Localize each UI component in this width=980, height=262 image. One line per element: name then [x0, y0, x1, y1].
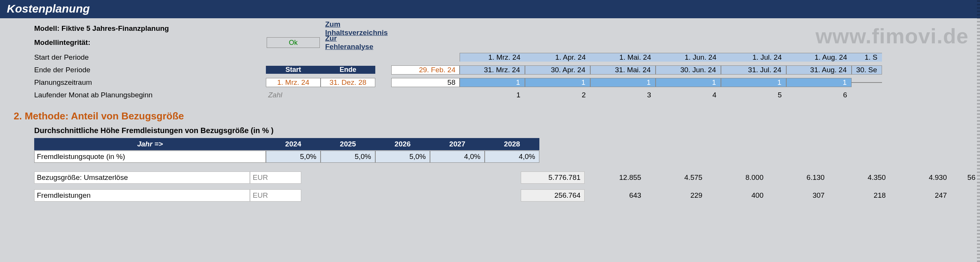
month-end-6: 30. Se [852, 66, 882, 75]
month-end-4: 31. Jul. 24 [721, 66, 786, 75]
idx-1: 2 [525, 91, 590, 99]
idx-3: 4 [655, 91, 721, 99]
bezug-3: 6.130 [768, 173, 829, 182]
integrity-label: Modellintegrität: [34, 38, 266, 47]
month-start-0: 1. Mrz. 24 [460, 53, 525, 62]
bezug-4: 4.350 [829, 173, 890, 182]
year-1: 2025 [321, 138, 375, 150]
month-end-0: 31. Mrz. 24 [460, 66, 525, 75]
month-end-2: 31. Mai. 24 [590, 66, 655, 75]
one-3: 1 [655, 78, 721, 87]
bezug-2: 8.000 [707, 173, 768, 182]
year-2: 2026 [375, 138, 430, 150]
quote-0[interactable]: 5,0% [266, 150, 321, 163]
month-start-3: 1. Jun. 24 [655, 53, 721, 62]
year-label: Jahr => [34, 138, 266, 150]
quote-4[interactable]: 4,0% [485, 150, 539, 163]
one-0: 1 [460, 78, 525, 87]
section-title: 2. Methode: Anteil von Bezugsgröße [7, 101, 980, 122]
month-start-5: 1. Aug. 24 [786, 53, 852, 62]
one-4: 1 [721, 78, 786, 87]
link-errors[interactable]: Zur Fehleranalyse [325, 34, 373, 51]
one-6 [852, 82, 882, 83]
model-label: Modell: Fiktive 5 Jahres-Finanzplanung [34, 24, 266, 33]
one-5: 1 [786, 78, 852, 87]
month-end-1: 30. Apr. 24 [525, 66, 590, 75]
bezug-currency: EUR [250, 171, 301, 184]
month-start-1: 1. Apr. 24 [525, 53, 590, 62]
plan-start: 1. Mrz. 24 [266, 78, 321, 87]
bezug-total: 5.776.781 [521, 171, 585, 184]
idx-4: 5 [721, 91, 786, 99]
fremd-0: 643 [585, 191, 646, 200]
bezug-0: 12.855 [585, 173, 646, 182]
year-4: 2028 [485, 138, 539, 150]
watermark: www.fimovi.de [816, 24, 969, 48]
idx-0: 1 [460, 91, 525, 99]
page-torn-edge [977, 0, 980, 262]
fremd-1: 229 [646, 191, 707, 200]
plan-label: Planungszeitraum [34, 78, 266, 87]
month-start-4: 1. Jul. 24 [721, 53, 786, 62]
month-end-3: 30. Jun. 24 [655, 66, 721, 75]
fremd-4: 218 [829, 191, 890, 200]
fremd-total: 256.764 [521, 189, 585, 201]
integrity-status: Ok [267, 37, 320, 48]
section-subtitle: Durchschnittliche Höhe Fremdleistungen v… [34, 126, 274, 135]
page-title: Kostenplanung [0, 0, 980, 18]
total-end-date: 29. Feb. 24 [391, 66, 460, 75]
fremd-currency: EUR [250, 189, 301, 201]
bezug-1: 4.575 [646, 173, 707, 182]
start-header: Start [266, 66, 321, 74]
end-header: Ende [321, 66, 375, 74]
fremd-3: 307 [768, 191, 829, 200]
bezug-6: 56 [951, 173, 980, 182]
month-end-5: 31. Aug. 24 [786, 66, 852, 75]
fremd-5: 247 [890, 191, 951, 200]
zahl-label: Zahl [266, 91, 321, 99]
one-2: 1 [590, 78, 655, 87]
fremd-label: Fremdleistungen [34, 189, 250, 201]
total-count: 58 [391, 78, 460, 87]
quote-1[interactable]: 5,0% [321, 150, 375, 163]
month-idx-label: Laufender Monat ab Planungsbeginn [34, 91, 266, 99]
quote-2[interactable]: 5,0% [375, 150, 430, 163]
year-0: 2024 [266, 138, 321, 150]
fremd-2: 400 [707, 191, 768, 200]
month-start-6: 1. S [852, 53, 882, 62]
idx-2: 3 [590, 91, 655, 99]
plan-end: 31. Dez. 28 [321, 78, 375, 87]
month-start-2: 1. Mai. 24 [590, 53, 655, 62]
period-end-label: Ende der Periode [34, 66, 266, 74]
period-start-label: Start der Periode [34, 53, 266, 62]
year-3: 2027 [430, 138, 485, 150]
bezug-5: 4.930 [890, 173, 951, 182]
one-1: 1 [525, 78, 590, 87]
idx-5: 6 [786, 91, 852, 99]
quote-label: Fremdleistungsquote (in %) [34, 150, 266, 163]
quote-3[interactable]: 4,0% [430, 150, 485, 163]
bezug-label: Bezugsgröße: Umsatzerlöse [34, 171, 250, 184]
